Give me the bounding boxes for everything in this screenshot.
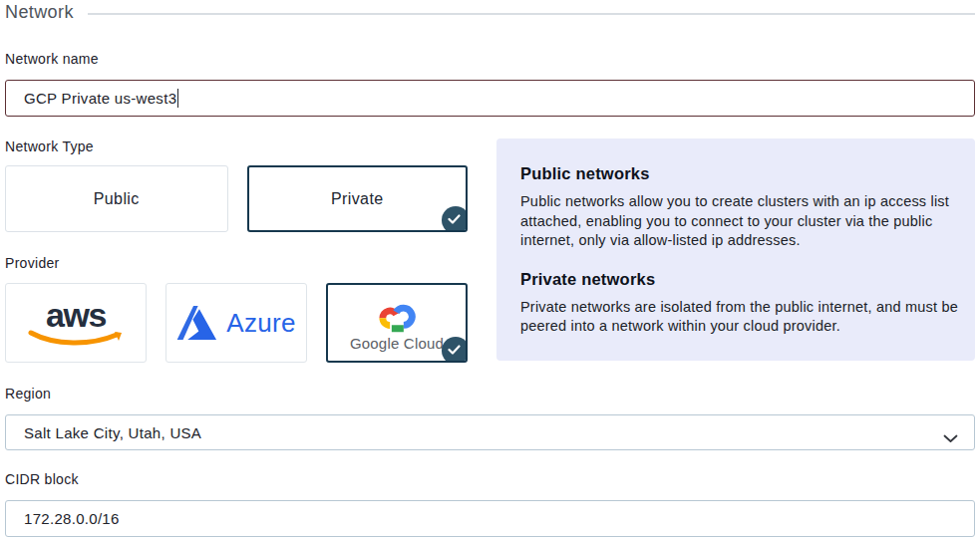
network-type-option-label: Private: [331, 190, 384, 208]
cidr-value: 172.28.0.0/16: [24, 510, 120, 527]
provider-options: aws Azure: [5, 283, 468, 363]
page-title: Network: [5, 2, 74, 23]
azure-logo-icon: Azure: [176, 304, 295, 342]
text-caret: [177, 89, 178, 108]
info-heading: Public networks: [520, 164, 951, 183]
options-column: Network Type Public Private Provider: [5, 138, 468, 363]
network-name-field: Network name GCP Private us-west3: [5, 51, 975, 117]
cidr-input[interactable]: 172.28.0.0/16: [5, 500, 975, 537]
provider-option-aws[interactable]: aws: [5, 283, 147, 363]
section-header: Network: [5, 2, 975, 23]
aws-wordmark: aws: [46, 300, 106, 330]
network-form: Network Network name GCP Private us-west…: [0, 0, 980, 539]
region-label: Region: [5, 386, 975, 402]
check-icon: [442, 206, 468, 232]
provider-option-google-cloud[interactable]: Google Cloud: [326, 283, 468, 363]
section-divider: [88, 13, 975, 15]
azure-wordmark: Azure: [226, 308, 295, 339]
region-value: Salt Lake City, Utah, USA: [24, 424, 201, 441]
azure-triangle-icon: [176, 304, 218, 342]
chevron-down-icon: [943, 429, 958, 446]
network-name-value: GCP Private us-west3: [24, 90, 176, 107]
info-section-public: Public networks Public networks allow yo…: [520, 164, 951, 251]
google-cloud-logo-icon: Google Cloud: [350, 294, 444, 352]
google-cloud-cloud-icon: [373, 294, 421, 334]
google-cloud-wordmark: Google Cloud: [350, 335, 444, 352]
network-name-label: Network name: [5, 51, 975, 67]
info-section-private: Private networks Private networks are is…: [520, 270, 951, 337]
network-options-row: Network Type Public Private Provider: [5, 138, 975, 363]
network-type-options: Public Private: [5, 165, 468, 232]
network-type-field: Network Type Public Private: [5, 138, 468, 232]
cidr-label: CIDR block: [5, 471, 975, 487]
network-info-panel: Public networks Public networks allow yo…: [496, 138, 975, 361]
region-select[interactable]: Salt Lake City, Utah, USA: [5, 414, 975, 450]
provider-label: Provider: [5, 255, 468, 271]
network-type-label: Network Type: [5, 138, 468, 154]
region-field: Region Salt Lake City, Utah, USA: [5, 386, 975, 450]
info-body: Private networks are isolated from the p…: [520, 298, 969, 337]
cidr-field: CIDR block 172.28.0.0/16: [5, 471, 975, 537]
aws-swoosh-icon: [27, 330, 125, 348]
info-heading: Private networks: [520, 270, 951, 289]
network-type-option-label: Public: [94, 190, 140, 208]
network-name-input[interactable]: GCP Private us-west3: [5, 80, 975, 117]
network-type-option-public[interactable]: Public: [5, 165, 228, 232]
network-type-option-private[interactable]: Private: [247, 165, 469, 232]
check-icon: [442, 337, 468, 363]
info-body: Public networks allow you to create clus…: [520, 192, 969, 251]
provider-field: Provider aws: [5, 255, 468, 363]
aws-logo-icon: aws: [27, 300, 125, 348]
provider-option-azure[interactable]: Azure: [165, 283, 307, 363]
